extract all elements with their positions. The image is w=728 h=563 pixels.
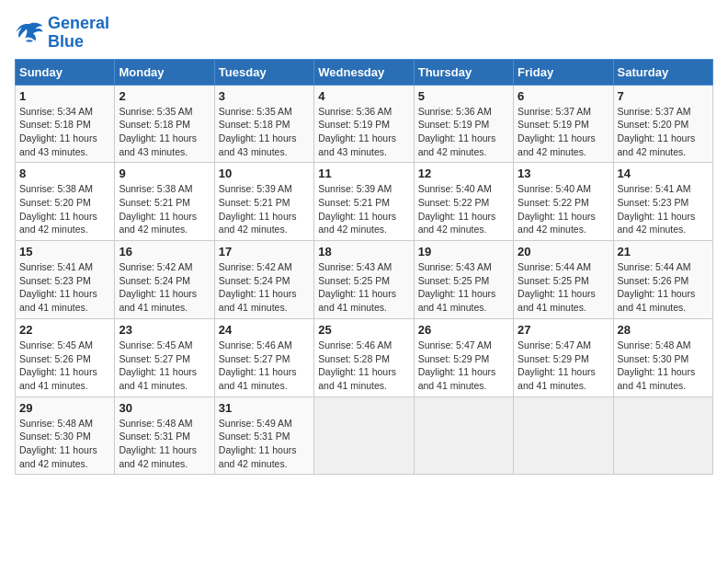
- day-number: 18: [318, 245, 409, 259]
- day-info: Sunrise: 5:38 AM Sunset: 5:21 PM Dayligh…: [119, 182, 210, 236]
- calendar-cell: 3Sunrise: 5:35 AM Sunset: 5:18 PM Daylig…: [214, 85, 313, 163]
- day-info: Sunrise: 5:40 AM Sunset: 5:22 PM Dayligh…: [518, 182, 609, 236]
- col-header-friday: Friday: [514, 59, 613, 85]
- calendar-cell: 6Sunrise: 5:37 AM Sunset: 5:19 PM Daylig…: [514, 85, 613, 163]
- day-number: 15: [19, 245, 110, 259]
- col-header-wednesday: Wednesday: [314, 59, 414, 85]
- day-info: Sunrise: 5:41 AM Sunset: 5:23 PM Dayligh…: [19, 260, 110, 315]
- calendar-cell: [314, 396, 414, 475]
- col-header-sunday: Sunday: [16, 59, 115, 85]
- day-info: Sunrise: 5:41 AM Sunset: 5:23 PM Dayligh…: [618, 182, 709, 236]
- day-number: 9: [119, 167, 210, 180]
- calendar-cell: 12Sunrise: 5:40 AM Sunset: 5:22 PM Dayli…: [414, 163, 513, 241]
- day-number: 30: [119, 401, 210, 415]
- calendar-cell: 1Sunrise: 5:34 AM Sunset: 5:18 PM Daylig…: [16, 85, 115, 163]
- day-number: 2: [119, 89, 210, 103]
- day-number: 22: [19, 323, 110, 337]
- day-number: 20: [518, 245, 609, 259]
- day-info: Sunrise: 5:35 AM Sunset: 5:18 PM Dayligh…: [119, 105, 210, 159]
- day-info: Sunrise: 5:48 AM Sunset: 5:31 PM Dayligh…: [119, 417, 210, 471]
- day-number: 28: [618, 323, 709, 337]
- day-number: 13: [518, 167, 609, 180]
- day-number: 19: [418, 245, 509, 259]
- day-info: Sunrise: 5:42 AM Sunset: 5:24 PM Dayligh…: [119, 260, 210, 315]
- day-number: 14: [618, 167, 709, 180]
- day-number: 25: [318, 323, 409, 337]
- calendar-cell: 18Sunrise: 5:43 AM Sunset: 5:25 PM Dayli…: [314, 241, 414, 319]
- day-info: Sunrise: 5:49 AM Sunset: 5:31 PM Dayligh…: [219, 417, 310, 471]
- calendar-cell: 23Sunrise: 5:45 AM Sunset: 5:27 PM Dayli…: [115, 318, 214, 396]
- calendar-cell: 28Sunrise: 5:48 AM Sunset: 5:30 PM Dayli…: [613, 318, 712, 396]
- day-info: Sunrise: 5:46 AM Sunset: 5:28 PM Dayligh…: [318, 339, 409, 393]
- calendar-cell: [414, 396, 513, 475]
- logo: General Blue: [15, 15, 109, 52]
- col-header-thursday: Thursday: [414, 59, 513, 85]
- calendar-cell: 24Sunrise: 5:46 AM Sunset: 5:27 PM Dayli…: [214, 318, 313, 396]
- calendar-cell: 21Sunrise: 5:44 AM Sunset: 5:26 PM Dayli…: [613, 241, 712, 319]
- day-number: 10: [219, 167, 310, 180]
- day-info: Sunrise: 5:37 AM Sunset: 5:20 PM Dayligh…: [618, 105, 709, 159]
- calendar-cell: [514, 396, 613, 475]
- day-info: Sunrise: 5:35 AM Sunset: 5:18 PM Dayligh…: [219, 105, 310, 159]
- day-info: Sunrise: 5:44 AM Sunset: 5:25 PM Dayligh…: [518, 260, 609, 315]
- day-info: Sunrise: 5:45 AM Sunset: 5:27 PM Dayligh…: [119, 339, 210, 393]
- day-number: 3: [219, 89, 310, 103]
- calendar-cell: 22Sunrise: 5:45 AM Sunset: 5:26 PM Dayli…: [16, 318, 115, 396]
- day-number: 8: [19, 167, 110, 180]
- calendar-table: SundayMondayTuesdayWednesdayThursdayFrid…: [15, 59, 713, 476]
- day-info: Sunrise: 5:39 AM Sunset: 5:21 PM Dayligh…: [219, 182, 310, 236]
- calendar-cell: 7Sunrise: 5:37 AM Sunset: 5:20 PM Daylig…: [613, 85, 712, 163]
- day-info: Sunrise: 5:39 AM Sunset: 5:21 PM Dayligh…: [318, 182, 409, 236]
- calendar-cell: 11Sunrise: 5:39 AM Sunset: 5:21 PM Dayli…: [314, 163, 414, 241]
- calendar-cell: 19Sunrise: 5:43 AM Sunset: 5:25 PM Dayli…: [414, 241, 513, 319]
- col-header-monday: Monday: [115, 59, 214, 85]
- calendar-cell: 10Sunrise: 5:39 AM Sunset: 5:21 PM Dayli…: [214, 163, 313, 241]
- day-info: Sunrise: 5:45 AM Sunset: 5:26 PM Dayligh…: [19, 339, 110, 393]
- day-number: 16: [119, 245, 210, 259]
- calendar-cell: 29Sunrise: 5:48 AM Sunset: 5:30 PM Dayli…: [16, 396, 115, 475]
- day-info: Sunrise: 5:42 AM Sunset: 5:24 PM Dayligh…: [219, 260, 310, 315]
- calendar-row: 29Sunrise: 5:48 AM Sunset: 5:30 PM Dayli…: [16, 396, 713, 475]
- day-info: Sunrise: 5:47 AM Sunset: 5:29 PM Dayligh…: [418, 339, 509, 393]
- calendar-cell: 9Sunrise: 5:38 AM Sunset: 5:21 PM Daylig…: [115, 163, 214, 241]
- day-number: 21: [618, 245, 709, 259]
- calendar-cell: 13Sunrise: 5:40 AM Sunset: 5:22 PM Dayli…: [514, 163, 613, 241]
- col-header-tuesday: Tuesday: [214, 59, 313, 85]
- day-info: Sunrise: 5:40 AM Sunset: 5:22 PM Dayligh…: [418, 182, 509, 236]
- day-number: 4: [318, 89, 409, 103]
- day-number: 27: [518, 323, 609, 337]
- day-info: Sunrise: 5:34 AM Sunset: 5:18 PM Dayligh…: [19, 105, 110, 159]
- day-info: Sunrise: 5:43 AM Sunset: 5:25 PM Dayligh…: [318, 260, 409, 315]
- day-number: 17: [219, 245, 310, 259]
- day-info: Sunrise: 5:37 AM Sunset: 5:19 PM Dayligh…: [518, 105, 609, 159]
- calendar-cell: 14Sunrise: 5:41 AM Sunset: 5:23 PM Dayli…: [613, 163, 712, 241]
- calendar-row: 22Sunrise: 5:45 AM Sunset: 5:26 PM Dayli…: [16, 318, 713, 396]
- day-info: Sunrise: 5:43 AM Sunset: 5:25 PM Dayligh…: [418, 260, 509, 315]
- calendar-row: 1Sunrise: 5:34 AM Sunset: 5:18 PM Daylig…: [16, 85, 713, 163]
- day-info: Sunrise: 5:46 AM Sunset: 5:27 PM Dayligh…: [219, 339, 310, 393]
- calendar-cell: [613, 396, 712, 475]
- day-info: Sunrise: 5:47 AM Sunset: 5:29 PM Dayligh…: [518, 339, 609, 393]
- day-number: 1: [19, 89, 110, 103]
- calendar-cell: 30Sunrise: 5:48 AM Sunset: 5:31 PM Dayli…: [115, 396, 214, 475]
- logo-text: General Blue: [48, 15, 109, 52]
- calendar-cell: 26Sunrise: 5:47 AM Sunset: 5:29 PM Dayli…: [414, 318, 513, 396]
- day-info: Sunrise: 5:36 AM Sunset: 5:19 PM Dayligh…: [418, 105, 509, 159]
- calendar-cell: 16Sunrise: 5:42 AM Sunset: 5:24 PM Dayli…: [115, 241, 214, 319]
- day-number: 29: [19, 401, 110, 415]
- day-number: 6: [518, 89, 609, 103]
- day-number: 5: [418, 89, 509, 103]
- day-info: Sunrise: 5:48 AM Sunset: 5:30 PM Dayligh…: [618, 339, 709, 393]
- day-number: 26: [418, 323, 509, 337]
- page-header: General Blue: [15, 15, 713, 52]
- calendar-cell: 4Sunrise: 5:36 AM Sunset: 5:19 PM Daylig…: [314, 85, 414, 163]
- day-info: Sunrise: 5:48 AM Sunset: 5:30 PM Dayligh…: [19, 417, 110, 471]
- day-info: Sunrise: 5:38 AM Sunset: 5:20 PM Dayligh…: [19, 182, 110, 236]
- calendar-cell: 25Sunrise: 5:46 AM Sunset: 5:28 PM Dayli…: [314, 318, 414, 396]
- day-number: 12: [418, 167, 509, 180]
- col-header-saturday: Saturday: [613, 59, 712, 85]
- calendar-row: 8Sunrise: 5:38 AM Sunset: 5:20 PM Daylig…: [16, 163, 713, 241]
- day-number: 23: [119, 323, 210, 337]
- calendar-cell: 31Sunrise: 5:49 AM Sunset: 5:31 PM Dayli…: [214, 396, 313, 475]
- logo-icon: [15, 20, 44, 46]
